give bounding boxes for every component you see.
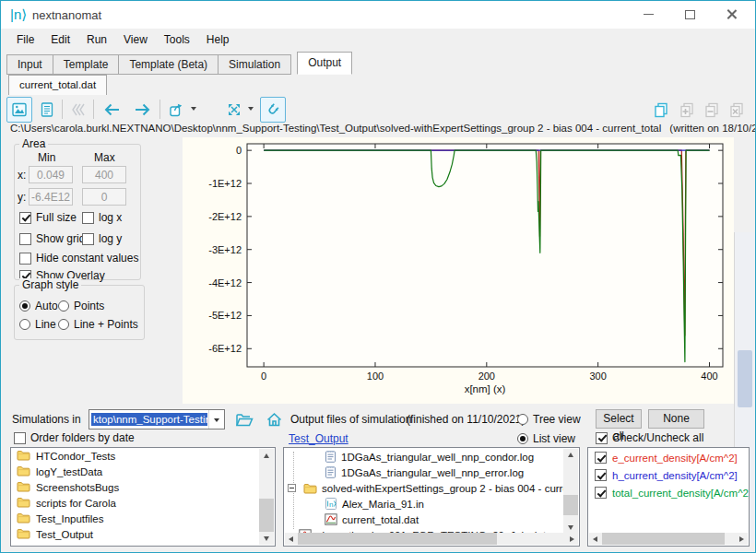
tree-item-alex-maria-91-in[interactable]: nAlex_Maria_91.in — [284, 496, 563, 512]
menu-item-file[interactable]: File — [8, 29, 42, 52]
fit-dropdown-caret[interactable] — [248, 107, 254, 113]
folder-item-test-inputfiles[interactable]: Test_Inputfiles — [11, 511, 275, 526]
scrollbar-thumb[interactable] — [602, 533, 725, 545]
radio-line[interactable]: Line — [19, 318, 56, 331]
finished-date-label: (finished on 11/10/2021) — [407, 413, 526, 426]
x-min-input[interactable]: 0.049 — [29, 166, 73, 183]
chart-panel[interactable]: 01002003004000-1E+12-2E+12-3E+12-4E+12-5… — [183, 137, 734, 404]
log-file-icon — [325, 465, 337, 479]
browse-folder-button[interactable] — [231, 409, 257, 429]
checkbox-full-size[interactable]: Full size — [19, 211, 77, 224]
check-uncheck-all-checkbox[interactable]: Check/Uncheck all — [596, 431, 703, 444]
folder-icon — [17, 481, 30, 494]
folders-vertical-scrollbar[interactable] — [259, 449, 274, 545]
scroll-left-button[interactable] — [285, 533, 297, 545]
scroll-left-button[interactable] — [589, 533, 601, 545]
arrow-left-icon — [102, 101, 121, 118]
scrollbar-thumb[interactable] — [259, 499, 274, 532]
output-quantities-checklist[interactable]: e_current_density[A/cm^2]h_current_densi… — [587, 447, 750, 547]
checkbox-icon — [14, 432, 26, 444]
tree-item-1dgaas-triangular-well-nnp-e[interactable]: 1DGaAs_triangular_well_nnp_error.log — [284, 465, 563, 480]
menu-item-tools[interactable]: Tools — [156, 29, 198, 52]
tab-output[interactable]: Output — [297, 52, 352, 75]
minimize-button[interactable] — [628, 1, 669, 28]
quantity-total-current-density-a-cm-2[interactable]: total_current_density[A/cm^2] — [588, 483, 749, 500]
combobox-selected-value: ktop\nnm_Support-Testing — [91, 413, 207, 426]
output-files-tree[interactable]: 1DGaAs_triangular_well_nnp_condor.log1DG… — [283, 447, 580, 547]
menu-item-view[interactable]: View — [115, 29, 156, 52]
folder-item-htcondor-tests[interactable]: HTCondor_Tests — [11, 448, 275, 464]
scroll-down-button[interactable] — [259, 532, 274, 545]
scroll-up-button[interactable] — [259, 449, 274, 462]
tab-simulation[interactable]: Simulation — [219, 54, 291, 75]
back-button[interactable] — [97, 97, 126, 123]
export-dropdown-caret[interactable] — [191, 107, 196, 113]
tree-item-solved-withexpertsettings-gr[interactable]: solved-withExpertSettings_group 2 - bias… — [284, 480, 563, 496]
report-icon — [39, 101, 55, 118]
folder-item-test-output[interactable]: Test_Output — [11, 526, 275, 542]
folder-item-scripts-for-carola[interactable]: scripts for Carola — [11, 495, 275, 511]
magnet-button[interactable] — [260, 97, 286, 123]
list-view-radio[interactable]: List view — [517, 432, 575, 445]
x-tick-label: 0 — [261, 371, 266, 382]
scroll-right-button[interactable] — [736, 533, 748, 545]
scroll-up-button[interactable] — [563, 449, 578, 461]
test-output-link[interactable]: Test_Output — [289, 432, 348, 445]
y-max-input[interactable]: 0 — [82, 188, 126, 206]
tab-template-beta[interactable]: Template (Beta) — [119, 54, 219, 75]
new-page-button[interactable] — [648, 97, 674, 123]
xy-plot[interactable]: 01002003004000-1E+12-2E+12-3E+12-4E+12-5… — [183, 137, 734, 404]
checkbox-icon — [19, 233, 31, 245]
scrollbar-thumb[interactable] — [298, 533, 497, 545]
select-all-button[interactable]: Select all — [596, 409, 642, 429]
scroll-right-button[interactable] — [566, 533, 578, 545]
tree-vertical-scrollbar[interactable] — [563, 449, 578, 534]
folder-item-logy-testdata[interactable]: logY_testData — [11, 464, 275, 479]
export-icon — [169, 101, 185, 118]
combobox-dropdown-button[interactable] — [208, 410, 224, 429]
report-button[interactable] — [34, 97, 60, 123]
layers-button-disabled — [65, 97, 91, 123]
radio-points[interactable]: Points — [58, 300, 104, 312]
chevron-down-icon — [214, 418, 219, 425]
tab-input[interactable]: Input — [6, 54, 53, 75]
menu-item-help[interactable]: Help — [198, 29, 238, 52]
folder-item-screenshotsbugs[interactable]: ScreenshotsBugs — [11, 479, 275, 495]
radio-line-points[interactable]: Line + Points — [58, 318, 138, 331]
tree-view-radio[interactable]: Tree view — [517, 413, 581, 426]
forward-button[interactable] — [128, 97, 158, 123]
quantity-e-current-density-a-cm-2[interactable]: e_current_density[A/cm^2] — [588, 448, 749, 465]
checkbox-log-y[interactable]: log y — [82, 232, 122, 245]
close-button[interactable] — [711, 1, 752, 28]
tree-item-current-total-dat[interactable]: current_total.dat — [284, 512, 563, 527]
app-logo-icon: |n⟩ — [10, 6, 27, 23]
x-tick-label: 300 — [589, 371, 606, 382]
quantity-h-current-density-a-cm-2[interactable]: h_current_density[A/cm^2] — [588, 465, 749, 483]
tree-horizontal-scrollbar[interactable] — [285, 533, 578, 545]
home-folder-button[interactable] — [262, 409, 286, 429]
scrollbar-thumb[interactable] — [563, 495, 578, 515]
checkbox-hide-constant-values[interactable]: Hide constant values — [19, 252, 138, 265]
menu-item-edit[interactable]: Edit — [42, 29, 78, 52]
checkbox-show-grid[interactable]: Show grid — [19, 232, 85, 245]
plot-image-button[interactable] — [6, 97, 32, 123]
order-folders-checkbox[interactable]: Order folders by date — [14, 431, 135, 444]
simulation-folders-list[interactable]: HTCondor_TestslogY_testDataScreenshotsBu… — [10, 447, 276, 547]
edge-scroll-thumb[interactable] — [738, 350, 752, 407]
maximize-button[interactable] — [669, 1, 711, 28]
checkbox-log-x[interactable]: log x — [82, 211, 122, 224]
menu-item-run[interactable]: Run — [78, 29, 115, 52]
simulations-folder-combobox[interactable]: ktop\nnm_Support-Testing — [89, 409, 225, 429]
export-button[interactable] — [163, 97, 191, 123]
fit-expand-button[interactable] — [220, 97, 248, 123]
y-min-input[interactable]: -6.4E12 — [29, 188, 73, 206]
radio-auto[interactable]: Auto — [19, 300, 58, 312]
x-max-input[interactable]: 400 — [82, 166, 126, 183]
tab-current-total-dat[interactable]: current_total.dat — [8, 75, 107, 95]
triangle-right-icon — [570, 536, 577, 542]
tree-item-1dgaas-triangular-well-nnp-c[interactable]: 1DGaAs_triangular_well_nnp_condor.log — [284, 449, 563, 465]
tab-template[interactable]: Template — [53, 54, 120, 75]
tree-collapse-button[interactable] — [288, 483, 296, 494]
none-button[interactable]: None — [648, 409, 704, 429]
legend-horizontal-scrollbar[interactable] — [589, 533, 748, 545]
